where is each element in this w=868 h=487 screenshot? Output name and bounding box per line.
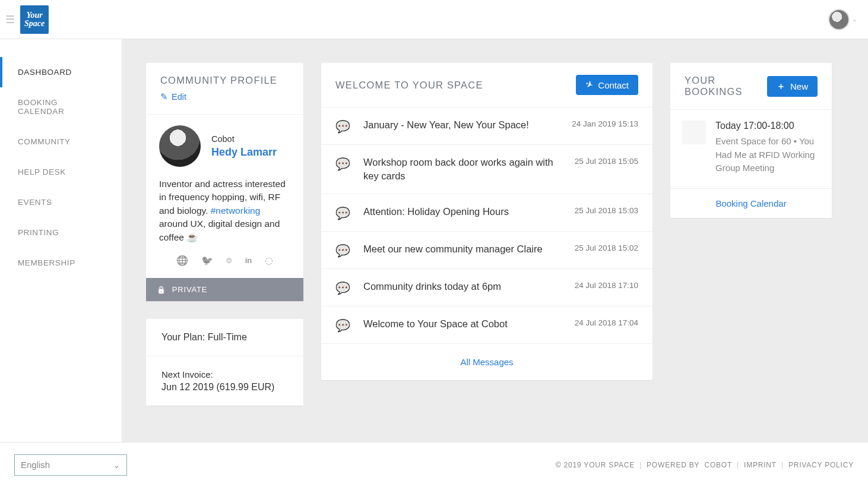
new-booking-button[interactable]: New [767,76,818,97]
all-messages-link[interactable]: All Messages [321,343,652,380]
github-icon[interactable] [265,255,273,266]
private-section-header[interactable]: PRIVATE [146,278,303,301]
plus-icon [777,81,785,92]
your-plan-value: Full-Time [208,332,247,342]
pencil-icon [160,92,168,102]
message-date: 25 Jul 2018 15:03 [575,206,638,215]
message-date: 25 Jul 2018 15:05 [575,157,638,166]
private-label: PRIVATE [172,285,207,294]
website-icon[interactable] [176,255,188,266]
bookings-card: YOUR BOOKINGS New Today 17:00-18:00 Even… [670,63,832,218]
chat-icon [335,244,350,258]
profile-org: Cobot [211,134,277,144]
message-list: January - New Year, New Your Space! 24 J… [321,107,652,343]
lock-icon [157,285,166,294]
chat-icon [335,318,350,333]
message-date: 24 Jul 2018 17:04 [575,318,638,327]
new-booking-label: New [790,81,808,91]
chat-icon [335,119,350,134]
footer-copyright: © 2019 YOUR SPACE [556,461,635,469]
twitter-icon[interactable] [201,255,213,266]
coffee-icon [186,232,198,242]
sidebar-item-community[interactable]: COMMUNITY [0,127,122,157]
profile-name-link[interactable]: Hedy Lamarr [211,146,277,158]
booking-calendar-link[interactable]: Booking Calendar [670,188,832,218]
linkedin-icon[interactable] [245,255,252,266]
footer: English © 2019 YOUR SPACE | POWERED BY C… [0,442,868,487]
hamburger-menu-icon[interactable]: ☰ [0,13,20,26]
chat-icon [335,281,350,295]
message-title: Meet our new community manager Claire [363,242,562,256]
logo-line-2: Space [24,20,45,28]
sidebar-nav: DASHBOARD BOOKING CALENDAR COMMUNITY HEL… [0,39,122,442]
message-date: 24 Jan 2019 15:13 [572,119,638,128]
next-invoice-label: Next Invoice: [161,369,288,380]
message-item[interactable]: Workshop room back door works again with… [321,144,652,194]
invoice-row: Next Invoice: Jun 12 2019 (619.99 EUR) [146,356,303,406]
welcome-card: WELCOME TO YOUR SPACE Contact January - … [321,63,652,380]
sidebar-item-membership[interactable]: MEMBERSHIP [0,248,122,278]
booking-thumbnail [682,121,706,144]
edit-profile-label: Edit [172,92,186,102]
contact-button-label: Contact [598,80,629,90]
account-menu[interactable]: ⌄ [828,9,857,30]
footer-powered-pre: POWERED BY [647,461,699,469]
message-title: January - New Year, New Your Space! [363,118,559,132]
message-date: 24 Jul 2018 17:10 [575,281,638,290]
community-profile-title: COMMUNITY PROFILE [160,75,289,86]
chat-icon [335,206,350,220]
topbar: ☰ Your Space ⌄ [0,0,868,39]
sidebar-item-help-desk[interactable]: HELP DESK [0,157,122,187]
booking-description: Event Space for 60 • You Had Me at RFID … [715,135,820,175]
footer-privacy-link[interactable]: PRIVACY POLICY [788,461,854,469]
profile-picture [159,125,201,167]
logo-line-1: Your [24,11,45,20]
bio-text-post: around UX, digital design and coffee [159,219,280,242]
chevron-down-icon [113,460,121,470]
profile-bio: Inventor and actress interested in frequ… [159,178,290,244]
sidebar-item-events[interactable]: EVENTS [0,187,122,217]
your-plan-label: Your Plan: [161,332,205,342]
chat-icon [335,157,350,171]
bio-hashtag-link[interactable]: #networking [211,205,261,216]
message-date: 25 Jul 2018 15:02 [575,244,638,252]
social-links [159,255,290,266]
contact-button[interactable]: Contact [576,75,638,95]
language-value: English [21,460,50,470]
plan-card: Your Plan: Full-Time Next Invoice: Jun 1… [146,319,303,406]
plan-row: Your Plan: Full-Time [146,319,303,356]
separator-icon: | [737,461,739,469]
language-select[interactable]: English [14,454,127,476]
sidebar-item-dashboard[interactable]: DASHBOARD [0,57,122,87]
chevron-down-icon: ⌄ [852,15,857,23]
separator-icon: | [639,461,642,469]
edit-profile-link[interactable]: Edit [160,92,186,102]
message-item[interactable]: Community drinks today at 6pm 24 Jul 201… [321,268,652,306]
workspace: COMMUNITY PROFILE Edit Cobot Hedy Lamarr… [122,39,868,442]
footer-imprint-link[interactable]: IMPRINT [744,461,777,469]
booking-item[interactable]: Today 17:00-18:00 Event Space for 60 • Y… [670,109,832,188]
sidebar-item-booking-calendar[interactable]: BOOKING CALENDAR [0,87,122,127]
booking-time: Today 17:00-18:00 [715,121,820,131]
user-avatar-icon [828,9,850,30]
message-item[interactable]: Meet our new community manager Claire 25… [321,231,652,268]
message-title: Community drinks today at 6pm [363,280,562,293]
paper-plane-icon [585,80,593,90]
bookings-title: YOUR BOOKINGS [685,75,767,97]
welcome-title: WELCOME TO YOUR SPACE [335,80,483,91]
footer-powered-link[interactable]: COBOT [704,461,732,469]
next-invoice-value: Jun 12 2019 (619.99 EUR) [161,382,288,393]
message-title: Welcome to Your Space at Cobot [363,317,562,331]
sidebar-item-printing[interactable]: PRINTING [0,217,122,248]
message-item[interactable]: Attention: Holiday Opening Hours 25 Jul … [321,194,652,231]
message-item[interactable]: Welcome to Your Space at Cobot 24 Jul 20… [321,306,652,343]
instagram-icon[interactable] [226,255,232,266]
message-title: Workshop room back door works again with… [363,156,562,183]
brand-logo[interactable]: Your Space [20,5,49,34]
message-item[interactable]: January - New Year, New Your Space! 24 J… [321,107,652,144]
separator-icon: | [781,461,784,469]
message-title: Attention: Holiday Opening Hours [363,205,562,219]
community-profile-card: COMMUNITY PROFILE Edit Cobot Hedy Lamarr… [146,63,303,301]
